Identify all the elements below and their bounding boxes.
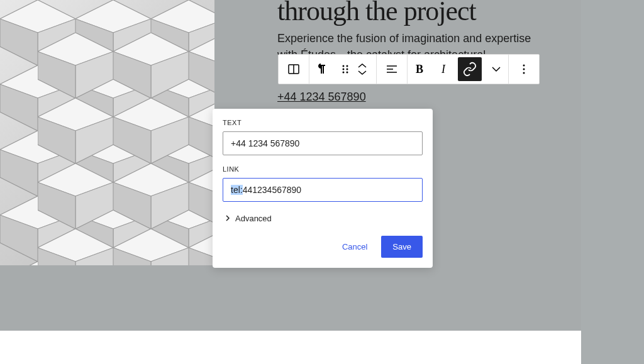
- link-url-input[interactable]: tel:441234567890: [223, 178, 423, 202]
- chevron-right-icon: [223, 213, 233, 223]
- cover-image: [0, 0, 214, 265]
- svg-point-13: [347, 72, 348, 74]
- svg-point-8: [343, 65, 345, 67]
- page-title[interactable]: through the project: [277, 0, 476, 27]
- svg-point-17: [523, 65, 525, 67]
- save-button[interactable]: Save: [381, 236, 423, 258]
- paragraph-icon[interactable]: [309, 55, 333, 84]
- cancel-button[interactable]: Cancel: [333, 236, 376, 258]
- italic-button[interactable]: I: [431, 55, 455, 84]
- block-type-button[interactable]: [279, 55, 309, 84]
- svg-point-11: [347, 69, 348, 70]
- more-formatting-button[interactable]: [484, 55, 508, 84]
- move-updown[interactable]: [357, 63, 376, 75]
- svg-point-10: [343, 69, 345, 70]
- link-field-label: LINK: [223, 165, 423, 173]
- svg-rect-5: [38, 33, 214, 265]
- block-toolbar: B I: [278, 54, 540, 84]
- chevron-down-icon[interactable]: [357, 69, 367, 75]
- chevron-up-icon[interactable]: [357, 63, 367, 69]
- advanced-toggle[interactable]: Advanced: [223, 211, 423, 226]
- svg-point-9: [347, 65, 348, 67]
- link-edit-popover: TEXT LINK tel:441234567890 Advanced Canc…: [213, 109, 433, 268]
- link-text-input[interactable]: [223, 131, 423, 155]
- phone-number-link[interactable]: +44 1234 567890: [277, 91, 366, 104]
- popover-actions: Cancel Save: [223, 236, 423, 258]
- svg-point-18: [523, 69, 525, 70]
- bold-button[interactable]: B: [408, 55, 431, 84]
- footer-section: [0, 331, 581, 364]
- svg-point-19: [523, 72, 525, 74]
- link-button[interactable]: [458, 57, 482, 81]
- text-field-label: TEXT: [223, 119, 423, 126]
- svg-point-12: [343, 72, 345, 74]
- align-button[interactable]: [377, 55, 407, 84]
- more-options-button[interactable]: [509, 55, 539, 84]
- drag-handle-icon[interactable]: [333, 55, 357, 84]
